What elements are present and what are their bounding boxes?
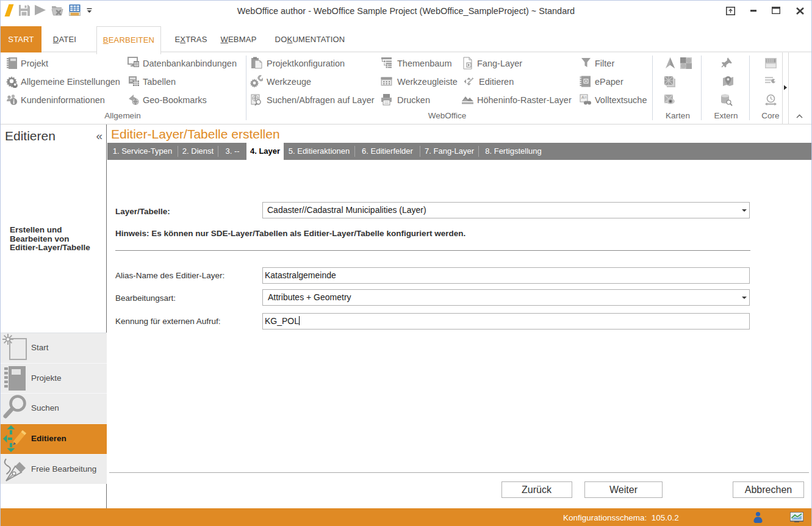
svg-text:A=: A= xyxy=(581,95,587,99)
